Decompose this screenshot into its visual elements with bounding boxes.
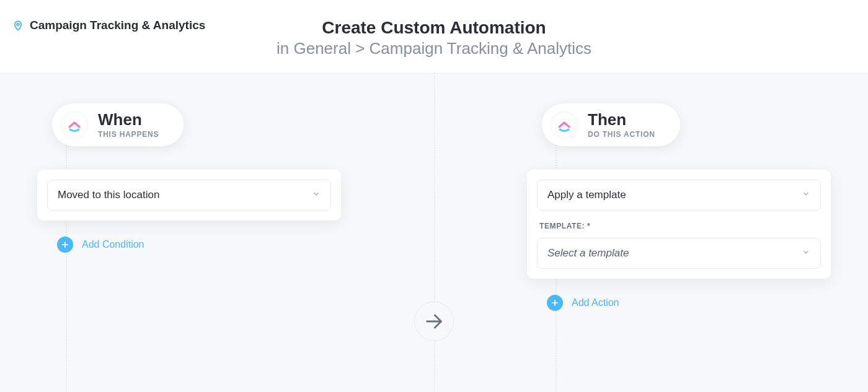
- then-header-pill: Then DO THIS ACTION: [542, 103, 680, 146]
- trigger-select[interactable]: Moved to this location: [47, 180, 331, 211]
- arrow-right-icon: [423, 311, 445, 332]
- plus-circle-icon: [57, 237, 73, 253]
- add-condition-button[interactable]: Add Condition: [57, 237, 341, 253]
- action-card: Apply a template TEMPLATE: * Select a te…: [527, 170, 831, 279]
- page-subtitle: in General > Campaign Tracking & Analyti…: [12, 38, 856, 59]
- trigger-card: Moved to this location: [37, 170, 341, 220]
- when-header-pill: When THIS HAPPENS: [52, 103, 184, 146]
- then-subtitle: DO THIS ACTION: [588, 130, 655, 139]
- chevron-down-icon: [312, 189, 321, 201]
- when-column: When THIS HAPPENS Moved to this location…: [37, 103, 341, 311]
- then-column: Then DO THIS ACTION Apply a template TEM…: [527, 103, 831, 311]
- add-condition-label: Add Condition: [82, 239, 144, 250]
- chevron-down-icon: [802, 189, 810, 201]
- template-select[interactable]: Select a template: [537, 238, 821, 269]
- svg-point-0: [17, 24, 19, 26]
- clickup-logo-icon: [61, 111, 88, 139]
- breadcrumb[interactable]: Campaign Tracking & Analytics: [12, 19, 205, 32]
- action-select[interactable]: Apply a template: [537, 180, 821, 211]
- chevron-down-icon: [802, 247, 810, 259]
- automation-canvas: When THIS HAPPENS Moved to this location…: [0, 72, 868, 392]
- template-select-placeholder: Select a template: [547, 247, 629, 259]
- when-subtitle: THIS HAPPENS: [98, 130, 159, 139]
- location-pin-icon: [12, 20, 24, 31]
- trigger-select-value: Moved to this location: [58, 189, 159, 201]
- add-action-label: Add Action: [572, 297, 619, 308]
- then-title: Then: [588, 111, 655, 129]
- page-header: Campaign Tracking & Analytics Create Cus…: [0, 0, 868, 72]
- breadcrumb-location: Campaign Tracking & Analytics: [30, 19, 205, 32]
- template-field-label: TEMPLATE: *: [539, 222, 821, 230]
- plus-circle-icon: [547, 295, 563, 311]
- flow-arrow: [414, 302, 454, 341]
- clickup-logo-icon: [551, 111, 578, 139]
- add-action-button[interactable]: Add Action: [547, 295, 831, 311]
- action-select-value: Apply a template: [547, 189, 626, 201]
- when-title: When: [98, 111, 159, 129]
